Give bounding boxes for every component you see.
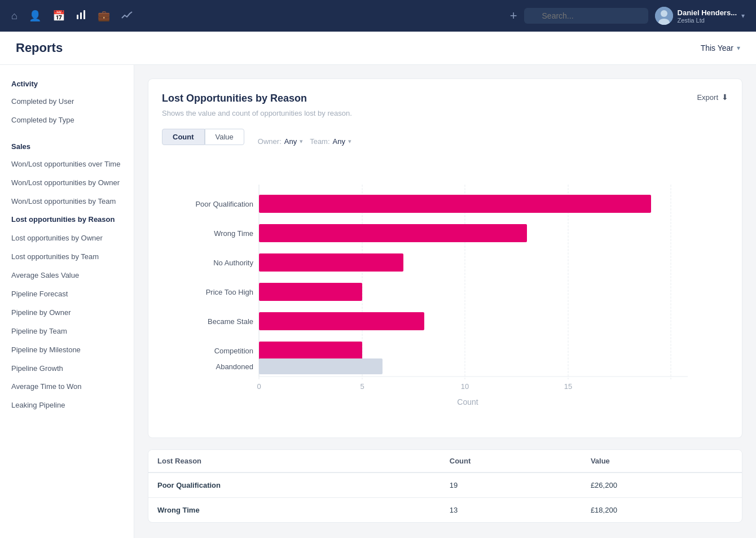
bar-abandoned: [259, 358, 383, 374]
sidebar-item-avg-sales[interactable]: Average Sales Value: [0, 266, 134, 285]
briefcase-icon[interactable]: 💼: [98, 10, 110, 22]
sidebar-section-sales: Sales: [0, 139, 134, 155]
calendar-icon[interactable]: 📅: [52, 10, 65, 22]
col-value: Value: [582, 450, 742, 473]
top-navigation: ⌂ 👤 📅 💼 + 🔍 Daniel Henders... Zestia Ltd…: [0, 0, 756, 32]
count-toggle[interactable]: Count: [162, 129, 205, 145]
add-button[interactable]: +: [510, 8, 517, 23]
year-filter[interactable]: This Year ▾: [701, 43, 740, 53]
team-filter[interactable]: Team: Any ▾: [310, 137, 351, 146]
row-reason-1: Poor Qualification: [148, 473, 441, 498]
team-chevron-icon: ▾: [348, 138, 351, 145]
svg-point-4: [661, 10, 667, 17]
user-info: Daniel Henders... Zestia Ltd: [678, 8, 737, 24]
bar-poor-qualification: [259, 195, 651, 213]
value-toggle[interactable]: Value: [205, 129, 244, 145]
svg-text:Abandoned: Abandoned: [216, 362, 253, 371]
row-value-2: £18,200: [582, 498, 742, 523]
bar-no-authority: [259, 253, 403, 272]
row-count-2: 13: [441, 498, 582, 523]
svg-text:Poor Qualification: Poor Qualification: [195, 200, 253, 208]
export-label: Export: [697, 93, 718, 102]
svg-text:Count: Count: [457, 397, 478, 406]
owner-chevron-icon: ▾: [300, 138, 303, 145]
filter-group: Owner: Any ▾ Team: Any ▾: [258, 137, 351, 146]
svg-text:Competition: Competition: [214, 347, 253, 355]
report-title: Lost Opportunities by Reason: [162, 93, 307, 104]
svg-text:Price Too High: Price Too High: [206, 288, 253, 296]
year-chevron-icon: ▾: [737, 44, 740, 52]
svg-text:No Authority: No Authority: [213, 259, 253, 267]
report-description: Shows the value and count of opportuniti…: [162, 109, 728, 117]
svg-text:0: 0: [257, 382, 261, 391]
sidebar-item-pipeline-growth[interactable]: Pipeline Growth: [0, 360, 134, 378]
data-table-card: Lost Reason Count Value Poor Qualificati…: [148, 449, 742, 523]
table-row: Poor Qualification 19 £26,200: [148, 473, 742, 498]
layout: Activity Completed by User Completed by …: [0, 65, 756, 538]
user-company: Zestia Ltd: [678, 17, 737, 24]
col-lost-reason: Lost Reason: [148, 450, 441, 473]
barchart-icon[interactable]: [76, 10, 86, 23]
sidebar-item-wonlost-owner[interactable]: Won/Lost opportunities by Owner: [0, 174, 134, 193]
row-reason-2: Wrong Time: [148, 498, 441, 523]
svg-text:10: 10: [461, 382, 469, 391]
sidebar-item-completed-user[interactable]: Completed by User: [0, 93, 134, 111]
sidebar-item-lost-reason[interactable]: Lost opportunities by Reason: [0, 211, 134, 229]
svg-rect-2: [83, 10, 85, 19]
col-count: Count: [441, 450, 582, 473]
bar-competition: [259, 342, 362, 360]
svg-text:5: 5: [360, 382, 364, 391]
bar-wrong-time: [259, 224, 527, 242]
row-count-1: 19: [441, 473, 582, 498]
search-input[interactable]: [524, 8, 648, 24]
data-table: Lost Reason Count Value Poor Qualificati…: [148, 450, 742, 522]
bar-chart: 0 5 10 15 Count Poor Qualification: [162, 173, 728, 410]
team-filter-label: Team:: [310, 137, 329, 146]
svg-text:Wrong Time: Wrong Time: [214, 229, 253, 238]
user-icon[interactable]: 👤: [29, 10, 41, 22]
bar-became-stale: [259, 312, 424, 330]
export-icon: ⬇: [722, 93, 728, 102]
home-icon[interactable]: ⌂: [11, 10, 17, 22]
sidebar-section-activity: Activity: [0, 76, 134, 93]
sidebar: Activity Completed by User Completed by …: [0, 65, 134, 538]
search-wrap: 🔍: [524, 8, 648, 24]
avatar: [655, 7, 673, 25]
table-row: Wrong Time 13 £18,200: [148, 498, 742, 523]
toggle-group: Count Value: [162, 129, 244, 145]
sidebar-item-completed-type[interactable]: Completed by Type: [0, 111, 134, 130]
sidebar-item-pipeline-team[interactable]: Pipeline by Team: [0, 322, 134, 341]
sidebar-item-pipeline-milestone[interactable]: Pipeline by Milestone: [0, 341, 134, 360]
nav-icons: ⌂ 👤 📅 💼: [11, 10, 496, 23]
sidebar-item-wonlost-time[interactable]: Won/Lost opportunities over Time: [0, 155, 134, 174]
owner-filter-label: Owner:: [258, 137, 282, 146]
report-card: Lost Opportunities by Reason Export ⬇ Sh…: [148, 78, 742, 438]
chart-area: 0 5 10 15 Count Poor Qualification: [162, 168, 728, 424]
user-menu[interactable]: Daniel Henders... Zestia Ltd ▾: [655, 7, 745, 25]
year-filter-label: This Year: [701, 43, 733, 53]
export-button[interactable]: Export ⬇: [697, 93, 728, 102]
sidebar-item-pipeline-owner[interactable]: Pipeline by Owner: [0, 304, 134, 322]
sidebar-item-lost-team[interactable]: Lost opportunities by Team: [0, 248, 134, 266]
sidebar-item-wonlost-team[interactable]: Won/Lost opportunities by Team: [0, 193, 134, 211]
owner-filter[interactable]: Owner: Any ▾: [258, 137, 303, 146]
nav-right: + 🔍 Daniel Henders... Zestia Ltd ▾: [510, 7, 745, 25]
team-filter-value: Any: [333, 137, 345, 146]
trending-icon[interactable]: [121, 10, 133, 22]
bar-price-too-high: [259, 283, 362, 301]
sidebar-item-avg-time-won[interactable]: Average Time to Won: [0, 378, 134, 396]
svg-text:15: 15: [564, 382, 572, 391]
svg-rect-1: [80, 12, 82, 19]
sidebar-item-pipeline-forecast[interactable]: Pipeline Forecast: [0, 285, 134, 304]
svg-rect-0: [77, 15, 78, 19]
main-content: Lost Opportunities by Reason Export ⬇ Sh…: [134, 65, 756, 538]
user-chevron-icon: ▾: [741, 12, 745, 20]
owner-filter-value: Any: [284, 137, 297, 146]
page-header: Reports This Year ▾: [0, 32, 756, 65]
sidebar-item-leaking-pipeline[interactable]: Leaking Pipeline: [0, 396, 134, 415]
report-header: Lost Opportunities by Reason Export ⬇: [162, 93, 728, 104]
svg-text:Became Stale: Became Stale: [208, 317, 253, 326]
row-value-1: £26,200: [582, 473, 742, 498]
sidebar-item-lost-owner[interactable]: Lost opportunities by Owner: [0, 229, 134, 248]
user-name: Daniel Henders...: [678, 8, 737, 17]
